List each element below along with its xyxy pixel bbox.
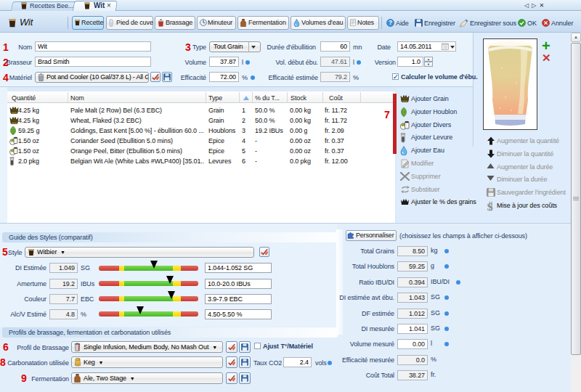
svg-text:?: ? bbox=[389, 19, 392, 26]
